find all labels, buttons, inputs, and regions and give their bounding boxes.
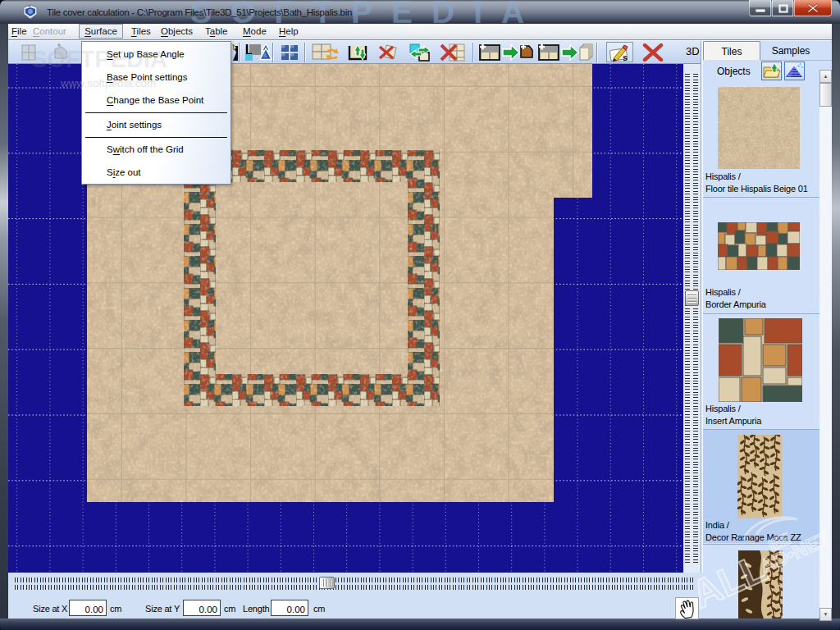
svg-text:s: s (623, 52, 628, 62)
